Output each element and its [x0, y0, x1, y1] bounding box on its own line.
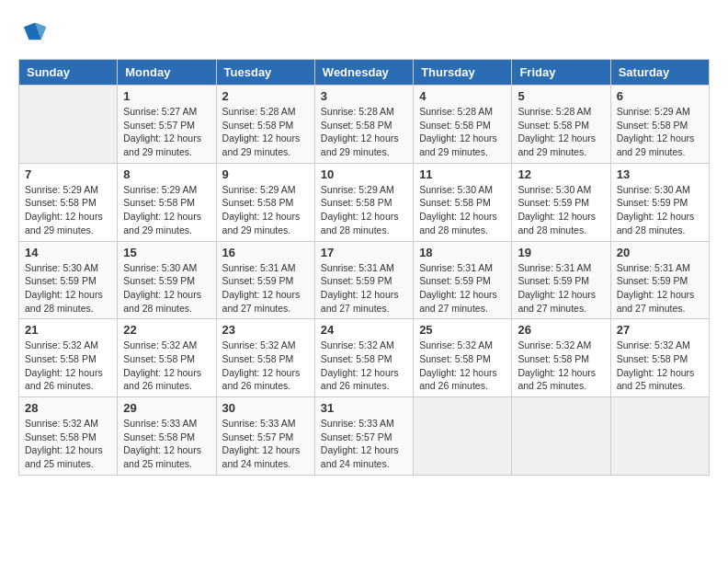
- calendar-cell: 29Sunrise: 5:33 AMSunset: 5:58 PMDayligh…: [118, 397, 216, 476]
- col-thursday: Thursday: [414, 60, 512, 86]
- calendar-cell: [512, 397, 610, 476]
- cell-content: Sunrise: 5:29 AMSunset: 5:58 PMDaylight:…: [222, 183, 309, 237]
- calendar-cell: 1Sunrise: 5:27 AMSunset: 5:57 PMDaylight…: [118, 86, 216, 164]
- cell-content: Sunrise: 5:32 AMSunset: 5:58 PMDaylight:…: [518, 339, 604, 393]
- day-number: 13: [617, 167, 703, 181]
- calendar-cell: 11Sunrise: 5:30 AMSunset: 5:58 PMDayligh…: [414, 163, 512, 241]
- calendar-cell: 15Sunrise: 5:30 AMSunset: 5:59 PMDayligh…: [118, 241, 216, 319]
- calendar-table: Sunday Monday Tuesday Wednesday Thursday…: [18, 59, 710, 476]
- day-number: 26: [518, 323, 604, 337]
- calendar-cell: 31Sunrise: 5:33 AMSunset: 5:57 PMDayligh…: [314, 397, 413, 476]
- col-sunday: Sunday: [19, 60, 118, 86]
- day-number: 12: [518, 167, 604, 181]
- col-saturday: Saturday: [610, 60, 709, 86]
- calendar-cell: 8Sunrise: 5:29 AMSunset: 5:58 PMDaylight…: [118, 163, 216, 241]
- calendar-cell: [19, 86, 118, 164]
- calendar-cell: [414, 397, 512, 476]
- cell-content: Sunrise: 5:29 AMSunset: 5:58 PMDaylight:…: [321, 183, 407, 237]
- day-number: 25: [419, 323, 506, 337]
- cell-content: Sunrise: 5:28 AMSunset: 5:58 PMDaylight:…: [518, 105, 604, 159]
- calendar-cell: 13Sunrise: 5:30 AMSunset: 5:59 PMDayligh…: [610, 163, 709, 241]
- cell-content: Sunrise: 5:32 AMSunset: 5:58 PMDaylight:…: [222, 339, 309, 393]
- cell-content: Sunrise: 5:27 AMSunset: 5:57 PMDaylight:…: [123, 105, 210, 159]
- cell-content: Sunrise: 5:28 AMSunset: 5:58 PMDaylight:…: [321, 105, 407, 159]
- logo-icon: [22, 18, 48, 44]
- cell-content: Sunrise: 5:32 AMSunset: 5:58 PMDaylight:…: [321, 339, 407, 393]
- day-number: 9: [222, 167, 309, 181]
- day-number: 14: [25, 246, 111, 259]
- cell-content: Sunrise: 5:29 AMSunset: 5:58 PMDaylight:…: [123, 183, 210, 237]
- calendar-cell: 17Sunrise: 5:31 AMSunset: 5:59 PMDayligh…: [314, 241, 413, 319]
- day-number: 16: [222, 246, 309, 259]
- day-number: 28: [25, 401, 111, 415]
- calendar-cell: 14Sunrise: 5:30 AMSunset: 5:59 PMDayligh…: [19, 241, 118, 319]
- day-number: 17: [321, 246, 407, 259]
- calendar-header: Sunday Monday Tuesday Wednesday Thursday…: [19, 60, 710, 86]
- cell-content: Sunrise: 5:33 AMSunset: 5:57 PMDaylight:…: [321, 417, 407, 471]
- header-row: Sunday Monday Tuesday Wednesday Thursday…: [19, 60, 710, 86]
- day-number: 10: [321, 167, 407, 181]
- calendar-cell: 18Sunrise: 5:31 AMSunset: 5:59 PMDayligh…: [414, 241, 512, 319]
- day-number: 15: [123, 246, 210, 259]
- day-number: 7: [25, 167, 111, 181]
- cell-content: Sunrise: 5:31 AMSunset: 5:59 PMDaylight:…: [617, 261, 703, 316]
- calendar-cell: 23Sunrise: 5:32 AMSunset: 5:58 PMDayligh…: [216, 319, 314, 397]
- day-number: 1: [123, 89, 210, 103]
- calendar-week-2: 7Sunrise: 5:29 AMSunset: 5:58 PMDaylight…: [19, 163, 710, 241]
- cell-content: Sunrise: 5:32 AMSunset: 5:58 PMDaylight:…: [123, 339, 210, 393]
- cell-content: Sunrise: 5:28 AMSunset: 5:58 PMDaylight:…: [419, 105, 506, 159]
- calendar-cell: 30Sunrise: 5:33 AMSunset: 5:57 PMDayligh…: [216, 397, 314, 476]
- day-number: 4: [419, 89, 506, 103]
- day-number: 2: [222, 89, 309, 103]
- cell-content: Sunrise: 5:33 AMSunset: 5:58 PMDaylight:…: [123, 417, 210, 471]
- day-number: 29: [123, 401, 210, 415]
- day-number: 11: [419, 167, 506, 181]
- col-monday: Monday: [118, 60, 216, 86]
- cell-content: Sunrise: 5:30 AMSunset: 5:58 PMDaylight:…: [419, 183, 506, 237]
- calendar-body: 1Sunrise: 5:27 AMSunset: 5:57 PMDaylight…: [19, 86, 710, 476]
- cell-content: Sunrise: 5:30 AMSunset: 5:59 PMDaylight:…: [617, 183, 703, 237]
- calendar-cell: 2Sunrise: 5:28 AMSunset: 5:58 PMDaylight…: [216, 86, 314, 164]
- cell-content: Sunrise: 5:29 AMSunset: 5:58 PMDaylight:…: [25, 183, 111, 237]
- cell-content: Sunrise: 5:28 AMSunset: 5:58 PMDaylight:…: [222, 105, 309, 159]
- calendar-week-4: 21Sunrise: 5:32 AMSunset: 5:58 PMDayligh…: [19, 319, 710, 397]
- cell-content: Sunrise: 5:32 AMSunset: 5:58 PMDaylight:…: [25, 339, 111, 393]
- calendar-week-3: 14Sunrise: 5:30 AMSunset: 5:59 PMDayligh…: [19, 241, 710, 319]
- col-friday: Friday: [512, 60, 610, 86]
- day-number: 19: [518, 246, 604, 259]
- day-number: 5: [518, 89, 604, 103]
- calendar-cell: 5Sunrise: 5:28 AMSunset: 5:58 PMDaylight…: [512, 86, 610, 164]
- calendar-cell: 12Sunrise: 5:30 AMSunset: 5:59 PMDayligh…: [512, 163, 610, 241]
- cell-content: Sunrise: 5:31 AMSunset: 5:59 PMDaylight:…: [518, 261, 604, 316]
- calendar-cell: 19Sunrise: 5:31 AMSunset: 5:59 PMDayligh…: [512, 241, 610, 319]
- day-number: 8: [123, 167, 210, 181]
- col-wednesday: Wednesday: [314, 60, 413, 86]
- calendar-cell: 4Sunrise: 5:28 AMSunset: 5:58 PMDaylight…: [414, 86, 512, 164]
- calendar-cell: 24Sunrise: 5:32 AMSunset: 5:58 PMDayligh…: [314, 319, 413, 397]
- calendar-week-5: 28Sunrise: 5:32 AMSunset: 5:58 PMDayligh…: [19, 397, 710, 476]
- day-number: 23: [222, 323, 309, 337]
- calendar-cell: 26Sunrise: 5:32 AMSunset: 5:58 PMDayligh…: [512, 319, 610, 397]
- day-number: 6: [617, 89, 703, 103]
- cell-content: Sunrise: 5:33 AMSunset: 5:57 PMDaylight:…: [222, 417, 309, 471]
- day-number: 20: [617, 246, 703, 259]
- cell-content: Sunrise: 5:30 AMSunset: 5:59 PMDaylight:…: [123, 261, 210, 316]
- day-number: 22: [123, 323, 210, 337]
- header: [18, 18, 710, 44]
- cell-content: Sunrise: 5:31 AMSunset: 5:59 PMDaylight:…: [419, 261, 506, 316]
- day-number: 21: [25, 323, 111, 337]
- calendar-cell: 10Sunrise: 5:29 AMSunset: 5:58 PMDayligh…: [314, 163, 413, 241]
- col-tuesday: Tuesday: [216, 60, 314, 86]
- calendar-cell: 27Sunrise: 5:32 AMSunset: 5:58 PMDayligh…: [610, 319, 709, 397]
- calendar-cell: 16Sunrise: 5:31 AMSunset: 5:59 PMDayligh…: [216, 241, 314, 319]
- day-number: 24: [321, 323, 407, 337]
- cell-content: Sunrise: 5:32 AMSunset: 5:58 PMDaylight:…: [617, 339, 703, 393]
- calendar-cell: 22Sunrise: 5:32 AMSunset: 5:58 PMDayligh…: [118, 319, 216, 397]
- calendar-cell: [610, 397, 709, 476]
- calendar-cell: 7Sunrise: 5:29 AMSunset: 5:58 PMDaylight…: [19, 163, 118, 241]
- cell-content: Sunrise: 5:32 AMSunset: 5:58 PMDaylight:…: [25, 417, 111, 471]
- calendar-cell: 9Sunrise: 5:29 AMSunset: 5:58 PMDaylight…: [216, 163, 314, 241]
- cell-content: Sunrise: 5:31 AMSunset: 5:59 PMDaylight:…: [222, 261, 309, 316]
- calendar-cell: 21Sunrise: 5:32 AMSunset: 5:58 PMDayligh…: [19, 319, 118, 397]
- day-number: 18: [419, 246, 506, 259]
